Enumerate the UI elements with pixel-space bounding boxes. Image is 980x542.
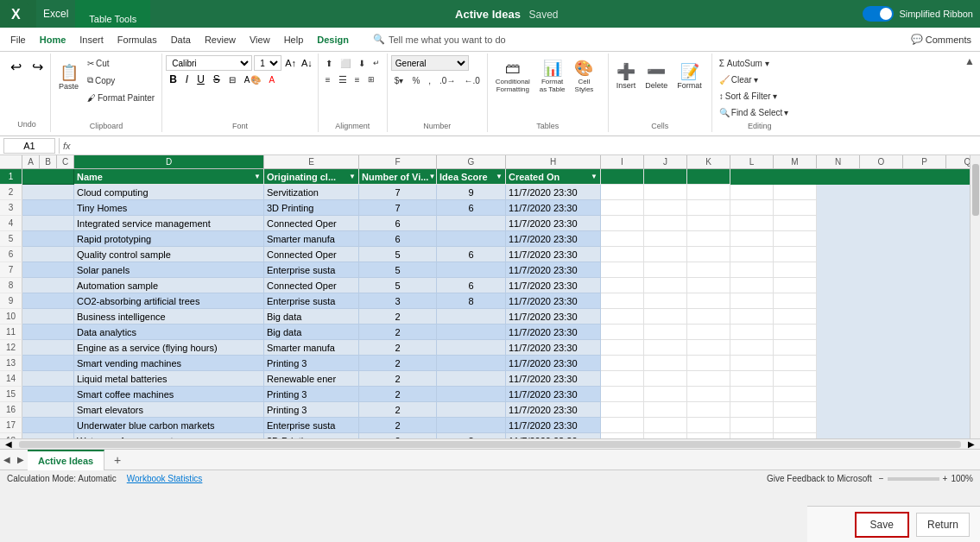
cell-15-m[interactable] bbox=[774, 387, 817, 402]
cell-8-m[interactable] bbox=[774, 278, 817, 293]
col-header-q[interactable]: Q bbox=[946, 155, 970, 168]
cell-10-j[interactable] bbox=[644, 309, 687, 325]
cell-8-d[interactable]: Automation sample bbox=[74, 278, 264, 293]
cell-16-g[interactable] bbox=[437, 402, 506, 418]
cell-9-m[interactable] bbox=[774, 293, 817, 309]
cell-7-j[interactable] bbox=[644, 262, 687, 278]
cell-12-d[interactable]: Engine as a service (flying hours) bbox=[74, 340, 264, 356]
cell-6-e[interactable]: Connected Oper bbox=[264, 247, 359, 262]
cell-14-g[interactable] bbox=[437, 371, 506, 387]
menu-review[interactable]: Review bbox=[198, 28, 243, 52]
h-scroll-thumb[interactable] bbox=[19, 441, 961, 448]
cell-7-f[interactable]: 5 bbox=[359, 262, 437, 278]
cell-7-abc[interactable] bbox=[22, 262, 74, 278]
col-header-e[interactable]: E bbox=[264, 155, 359, 168]
cell-8-g[interactable]: 6 bbox=[437, 278, 506, 293]
cell-5-e[interactable]: Smarter manufa bbox=[264, 231, 359, 247]
cell-11-m[interactable] bbox=[774, 325, 817, 340]
zoom-out-btn[interactable]: − bbox=[879, 474, 884, 483]
cell-15-e[interactable]: Printing 3 bbox=[264, 387, 359, 402]
cell-9-h[interactable]: 11/7/2020 23:30 bbox=[506, 293, 601, 309]
col-header-n[interactable]: N bbox=[817, 155, 860, 168]
filter-e-icon[interactable]: ▼ bbox=[349, 169, 356, 185]
cell-2-f[interactable]: 7 bbox=[359, 185, 437, 200]
cell-8-j[interactable] bbox=[644, 278, 687, 293]
col-header-l[interactable]: L bbox=[730, 155, 774, 168]
menu-design[interactable]: Design bbox=[310, 28, 356, 52]
cell-17-m[interactable] bbox=[774, 418, 817, 433]
cell-11-i[interactable] bbox=[601, 325, 644, 340]
cell-13-k[interactable] bbox=[687, 356, 730, 371]
cell-10-i[interactable] bbox=[601, 309, 644, 325]
cell-14-l[interactable] bbox=[730, 371, 774, 387]
filter-d-icon[interactable]: ▼ bbox=[254, 169, 261, 185]
cell-1-e[interactable]: Originating cl... ▼ bbox=[264, 169, 359, 185]
cell-12-g[interactable] bbox=[437, 340, 506, 356]
cell-9-d[interactable]: CO2-absorbing artificial trees bbox=[74, 293, 264, 309]
cell-3-m[interactable] bbox=[774, 200, 817, 216]
cell-5-abc[interactable] bbox=[22, 231, 74, 247]
cell-8-i[interactable] bbox=[601, 278, 644, 293]
cell-3-g[interactable]: 6 bbox=[437, 200, 506, 216]
conditional-formatting-button[interactable]: 🗃 ConditionalFormatting bbox=[491, 55, 534, 98]
autosum-button[interactable]: Σ AutoSum ▾ bbox=[716, 55, 804, 71]
cell-4-h[interactable]: 11/7/2020 23:30 bbox=[506, 216, 601, 231]
cell-15-g[interactable] bbox=[437, 387, 506, 402]
save-button[interactable]: Save bbox=[855, 512, 909, 538]
insert-button[interactable]: ➕ Insert bbox=[612, 55, 641, 98]
cell-12-i[interactable] bbox=[601, 340, 644, 356]
cell-5-k[interactable] bbox=[687, 231, 730, 247]
cell-5-f[interactable]: 6 bbox=[359, 231, 437, 247]
cell-7-d[interactable]: Solar panels bbox=[74, 262, 264, 278]
col-header-m[interactable]: M bbox=[774, 155, 817, 168]
cell-11-h[interactable]: 11/7/2020 23:30 bbox=[506, 325, 601, 340]
filter-f-icon[interactable]: ▼ bbox=[428, 169, 435, 185]
cell-1-d[interactable]: Name ▼ bbox=[74, 169, 264, 185]
cell-13-f[interactable]: 2 bbox=[359, 356, 437, 371]
cell-7-k[interactable] bbox=[687, 262, 730, 278]
cell-7-g[interactable] bbox=[437, 262, 506, 278]
collapse-ribbon-btn[interactable]: ▲ bbox=[963, 54, 977, 132]
format-as-table-button[interactable]: 📊 Formatas Table bbox=[535, 55, 570, 98]
cell-2-k[interactable] bbox=[687, 185, 730, 200]
col-header-o[interactable]: O bbox=[860, 155, 903, 168]
cell-8-e[interactable]: Connected Oper bbox=[264, 278, 359, 293]
cell-2-abc[interactable] bbox=[22, 185, 74, 200]
cell-2-i[interactable] bbox=[601, 185, 644, 200]
cell-6-g[interactable]: 6 bbox=[437, 247, 506, 262]
cell-3-h[interactable]: 11/7/2020 23:30 bbox=[506, 200, 601, 216]
cell-17-f[interactable]: 2 bbox=[359, 418, 437, 433]
decrease-decimal-btn[interactable]: ←.0 bbox=[460, 72, 483, 88]
format-button[interactable]: 📝 Format bbox=[673, 55, 706, 98]
cell-4-abc[interactable] bbox=[22, 216, 74, 231]
cell-reference-box[interactable]: A1 bbox=[3, 138, 55, 154]
col-header-j[interactable]: J bbox=[644, 155, 687, 168]
cell-5-i[interactable] bbox=[601, 231, 644, 247]
filter-h-icon[interactable]: ▼ bbox=[591, 169, 597, 185]
col-header-f[interactable]: F bbox=[359, 155, 437, 168]
scroll-thumb[interactable] bbox=[972, 164, 979, 216]
cell-10-k[interactable] bbox=[687, 309, 730, 325]
cell-4-g[interactable] bbox=[437, 216, 506, 231]
cell-4-d[interactable]: Integrated service management bbox=[74, 216, 264, 231]
decrease-font-btn[interactable]: A↓ bbox=[300, 57, 314, 69]
col-header-g[interactable]: G bbox=[437, 155, 506, 168]
cell-3-k[interactable] bbox=[687, 200, 730, 216]
cell-styles-button[interactable]: 🎨 CellStyles bbox=[570, 55, 597, 98]
cell-9-l[interactable] bbox=[730, 293, 774, 309]
cell-3-abc[interactable] bbox=[22, 200, 74, 216]
zoom-slider[interactable] bbox=[888, 477, 939, 481]
cell-13-h[interactable]: 11/7/2020 23:30 bbox=[506, 356, 601, 371]
cell-17-h[interactable]: 11/7/2020 23:30 bbox=[506, 418, 601, 433]
zoom-in-btn[interactable]: + bbox=[943, 474, 948, 483]
undo-button[interactable]: ↩ bbox=[7, 57, 25, 77]
cell-6-f[interactable]: 5 bbox=[359, 247, 437, 262]
cell-13-d[interactable]: Smart vending machines bbox=[74, 356, 264, 371]
cell-7-e[interactable]: Enterprise susta bbox=[264, 262, 359, 278]
delete-button[interactable]: ➖ Delete bbox=[641, 55, 672, 98]
cell-12-e[interactable]: Smarter manufa bbox=[264, 340, 359, 356]
cell-14-i[interactable] bbox=[601, 371, 644, 387]
cell-10-d[interactable]: Business intelligence bbox=[74, 309, 264, 325]
cell-6-j[interactable] bbox=[644, 247, 687, 262]
redo-button[interactable]: ↪ bbox=[28, 57, 47, 77]
